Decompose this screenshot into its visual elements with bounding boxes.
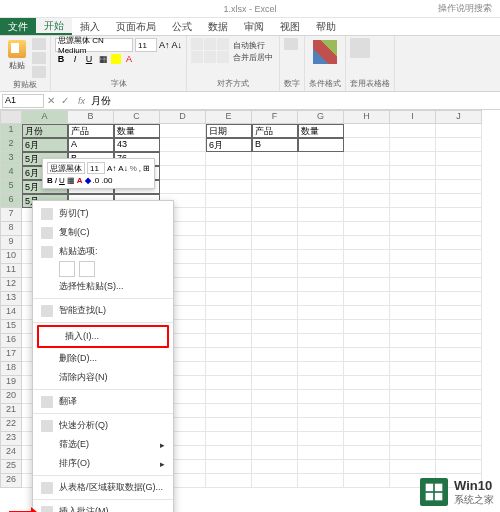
- cell[interactable]: [252, 152, 298, 166]
- cell[interactable]: [390, 264, 436, 278]
- cell[interactable]: [252, 306, 298, 320]
- tab-view[interactable]: 视图: [272, 18, 308, 35]
- cell[interactable]: [298, 460, 344, 474]
- cell[interactable]: [298, 418, 344, 432]
- increase-font-icon[interactable]: A↑: [159, 40, 170, 50]
- italic-button[interactable]: I: [69, 54, 81, 64]
- cell[interactable]: [206, 362, 252, 376]
- col-header[interactable]: J: [436, 110, 482, 124]
- cell[interactable]: [436, 320, 482, 334]
- cell[interactable]: [252, 278, 298, 292]
- cell[interactable]: [390, 152, 436, 166]
- col-header[interactable]: C: [114, 110, 160, 124]
- cell[interactable]: [344, 474, 390, 488]
- cell[interactable]: [390, 348, 436, 362]
- cell[interactable]: [206, 166, 252, 180]
- cell[interactable]: [344, 138, 390, 152]
- cell[interactable]: [298, 194, 344, 208]
- menu-item[interactable]: 剪切(T): [33, 204, 173, 223]
- row-header[interactable]: 25: [0, 460, 22, 474]
- mini-decrease-font-icon[interactable]: A↓: [118, 164, 127, 173]
- mini-border-button[interactable]: ▦: [67, 176, 75, 185]
- cell[interactable]: [344, 180, 390, 194]
- mini-increase-font-icon[interactable]: A↑: [107, 164, 116, 173]
- cell[interactable]: [298, 166, 344, 180]
- row-header[interactable]: 13: [0, 292, 22, 306]
- cell[interactable]: [298, 278, 344, 292]
- cell[interactable]: [206, 432, 252, 446]
- menu-item[interactable]: 快速分析(Q): [33, 416, 173, 435]
- menu-item[interactable]: 清除内容(N): [33, 368, 173, 387]
- cell[interactable]: 6月: [22, 138, 68, 152]
- cell[interactable]: [298, 348, 344, 362]
- menu-item[interactable]: 翻译: [33, 392, 173, 411]
- enter-icon[interactable]: ✓: [58, 95, 72, 106]
- cell[interactable]: [436, 404, 482, 418]
- fill-color-button[interactable]: [111, 54, 121, 64]
- cell[interactable]: [436, 390, 482, 404]
- cell[interactable]: [252, 418, 298, 432]
- row-header[interactable]: 3: [0, 152, 22, 166]
- row-header[interactable]: 10: [0, 250, 22, 264]
- cell[interactable]: 产品: [252, 124, 298, 138]
- cell[interactable]: [252, 348, 298, 362]
- paste-option-button[interactable]: [59, 261, 75, 277]
- row-header[interactable]: 14: [0, 306, 22, 320]
- mini-font-name[interactable]: 思源黑体: [47, 162, 85, 174]
- cancel-icon[interactable]: ✕: [44, 95, 58, 106]
- cell[interactable]: [436, 292, 482, 306]
- fx-icon[interactable]: fx: [72, 96, 91, 106]
- cell[interactable]: [436, 418, 482, 432]
- cell[interactable]: [298, 320, 344, 334]
- mini-fill-color-button[interactable]: ◆: [85, 176, 91, 185]
- cell[interactable]: [252, 208, 298, 222]
- cell[interactable]: [436, 124, 482, 138]
- cell[interactable]: [298, 362, 344, 376]
- cell[interactable]: [344, 194, 390, 208]
- cell[interactable]: [298, 334, 344, 348]
- cell[interactable]: [390, 362, 436, 376]
- cell[interactable]: [436, 306, 482, 320]
- paste-option-button[interactable]: [79, 261, 95, 277]
- format-painter-button[interactable]: [32, 66, 46, 78]
- cell[interactable]: [390, 432, 436, 446]
- cell[interactable]: [298, 474, 344, 488]
- cell[interactable]: [206, 250, 252, 264]
- cell[interactable]: [390, 404, 436, 418]
- row-header[interactable]: 12: [0, 278, 22, 292]
- row-header[interactable]: 9: [0, 236, 22, 250]
- cell[interactable]: [436, 348, 482, 362]
- conditional-format-icon[interactable]: [313, 40, 337, 64]
- cell[interactable]: [206, 334, 252, 348]
- cell[interactable]: 日期: [206, 124, 252, 138]
- cell[interactable]: [206, 320, 252, 334]
- cell[interactable]: [344, 152, 390, 166]
- menu-item[interactable]: 插入批注(M): [33, 502, 173, 512]
- row-header[interactable]: 18: [0, 362, 22, 376]
- row-header[interactable]: 6: [0, 194, 22, 208]
- cell[interactable]: [206, 348, 252, 362]
- cell[interactable]: [298, 404, 344, 418]
- cell[interactable]: [206, 376, 252, 390]
- cell[interactable]: [252, 432, 298, 446]
- cell[interactable]: [390, 194, 436, 208]
- menu-item[interactable]: 删除(D)...: [33, 349, 173, 368]
- mini-percent-icon[interactable]: %: [130, 164, 137, 173]
- font-name-select[interactable]: 思源黑体 CN Medium: [55, 38, 133, 52]
- bold-button[interactable]: B: [55, 54, 67, 64]
- cell[interactable]: [344, 222, 390, 236]
- select-all-corner[interactable]: [0, 110, 22, 124]
- wrap-text-button[interactable]: 自动换行: [233, 40, 273, 51]
- cell[interactable]: [298, 208, 344, 222]
- cell[interactable]: [160, 152, 206, 166]
- cell[interactable]: [390, 166, 436, 180]
- cell[interactable]: [252, 166, 298, 180]
- cell[interactable]: [436, 362, 482, 376]
- cell[interactable]: [436, 222, 482, 236]
- mini-decimal-inc-icon[interactable]: .00: [101, 176, 112, 185]
- mini-font-color-button[interactable]: A: [77, 176, 83, 185]
- cell[interactable]: [252, 334, 298, 348]
- cell[interactable]: [206, 446, 252, 460]
- cell[interactable]: [344, 306, 390, 320]
- cell[interactable]: [298, 432, 344, 446]
